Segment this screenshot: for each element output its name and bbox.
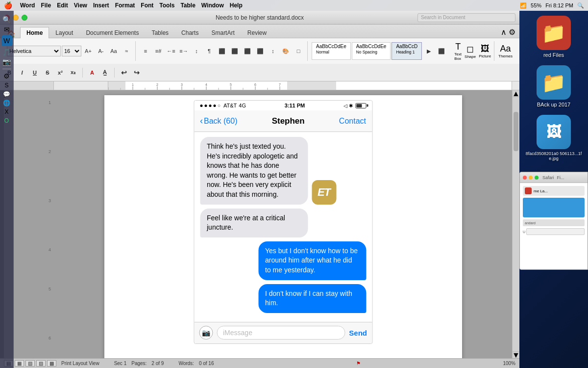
back-button[interactable]: ‹ Back (60) (200, 116, 237, 126)
sort-button[interactable]: ↕ (191, 45, 202, 57)
tab-tables[interactable]: Tables (145, 27, 175, 38)
maximize-button[interactable] (22, 15, 27, 21)
words-label: Words: (178, 361, 194, 366)
menubar-table[interactable]: Table (180, 2, 195, 9)
track-changes-indicator[interactable]: ⚑ (356, 361, 361, 366)
desktop-icon-backup[interactable]: 📁 BAck up 2017 (537, 65, 571, 107)
apple-menu[interactable]: 🍎 (4, 1, 12, 9)
ribbon-settings-icon[interactable]: ⚙ (509, 27, 515, 37)
dock-finder[interactable]: 🔍 (2, 16, 11, 24)
underline-button[interactable]: U (29, 67, 40, 78)
shading-button[interactable]: 🎨 (280, 45, 292, 57)
menubar-edit[interactable]: Edit (57, 2, 68, 9)
menubar-format[interactable]: Format (115, 2, 135, 9)
desktop-icon-image[interactable]: 🖼 8facd3508201a0 506113...1fe.jpg (524, 115, 583, 161)
tab-charts[interactable]: Charts (175, 27, 205, 38)
italic-button[interactable]: I (17, 67, 27, 78)
messages-area: Think he's just texted you. He's incredi… (194, 132, 372, 322)
dock-word[interactable]: W (1, 35, 12, 46)
shape-button[interactable]: ◻ Shape (465, 44, 476, 59)
mini-min[interactable] (529, 176, 533, 180)
menubar-font[interactable]: Font (141, 2, 153, 9)
tab-layout[interactable]: Layout (49, 27, 79, 38)
tab-smartart[interactable]: SmartArt (205, 27, 241, 38)
scroll-down-button[interactable]: ▼ (513, 351, 519, 358)
menubar-view[interactable]: View (74, 2, 87, 9)
dock-facetime[interactable]: 📷 (2, 58, 11, 66)
imessage-text-field[interactable]: iMessage (217, 326, 345, 340)
menubar-word[interactable]: Word (20, 2, 35, 9)
superscript-button[interactable]: x² (55, 67, 66, 78)
undo-button[interactable]: ↩ (119, 67, 129, 78)
text-box-button[interactable]: T Text Box (454, 42, 462, 61)
bullets-button[interactable]: ≡ (140, 45, 151, 57)
mini-max[interactable] (535, 176, 539, 180)
contact-button[interactable]: Contact (339, 117, 366, 126)
subscript-button[interactable]: x₂ (68, 67, 78, 78)
justify-button[interactable]: ⬛ (254, 45, 266, 57)
dock-app1[interactable]: S (4, 82, 8, 89)
font-format-button[interactable]: Aa (108, 45, 120, 57)
dock-app2[interactable]: X (4, 108, 8, 115)
view-btn-3[interactable]: ▧ (25, 360, 35, 367)
view-btn-5[interactable]: ▩ (47, 360, 56, 367)
dock-safari[interactable]: 🌐 (3, 100, 10, 106)
scroll-up-button[interactable]: ▲ (513, 90, 519, 97)
scrollbar-thumb[interactable] (514, 112, 518, 151)
menubar-help[interactable]: Help (230, 2, 243, 9)
strikethrough-button[interactable]: S (42, 67, 53, 78)
vertical-scrollbar[interactable]: ▲ ▼ (512, 90, 519, 358)
styles-scroll-button[interactable]: ▶ (423, 45, 435, 57)
menubar-tools[interactable]: Tools (159, 2, 174, 9)
camera-button[interactable]: 📷 (199, 326, 213, 340)
clear-format-button[interactable]: ≈ (121, 45, 132, 57)
styles-more-button[interactable]: ⬛ (436, 45, 447, 57)
clock: Fri 8:12 PM (545, 2, 573, 8)
highlight-button[interactable]: A̲ (99, 67, 110, 78)
shrink-font-button[interactable]: A- (95, 45, 107, 57)
back-label[interactable]: Back (60) (204, 117, 237, 126)
align-center-button[interactable]: ⬛ (229, 45, 241, 57)
style-no-spacing[interactable]: AaBbCcDdEeNo Spacing (352, 42, 391, 60)
align-right-button[interactable]: ⬛ (242, 45, 253, 57)
font-selector[interactable]: Helvetica (7, 46, 61, 56)
numbering-button[interactable]: ≡# (152, 45, 164, 57)
menubar-insert[interactable]: Insert (93, 2, 109, 9)
style-normal[interactable]: AaBbCcDdEeNormal (312, 42, 351, 60)
search-icon[interactable]: 🔍 (577, 2, 584, 9)
tab-review[interactable]: Review (241, 27, 273, 38)
imessage-input-bar[interactable]: 📷 iMessage Send (194, 322, 372, 343)
dock-settings[interactable]: ⚙ (3, 72, 10, 80)
search-document[interactable]: Search in Document (417, 13, 515, 22)
font-size-selector[interactable]: 16 (62, 46, 81, 56)
dock-music[interactable]: 🎵 (2, 48, 11, 56)
grow-font-button[interactable]: A+ (82, 45, 94, 57)
align-left-button[interactable]: ⬛ (216, 45, 228, 57)
menubar-file[interactable]: File (41, 2, 51, 9)
line-spacing-button[interactable]: ↕ (267, 45, 279, 57)
picture-button[interactable]: 🖼 Picture (479, 44, 491, 58)
iphone-nav-bar[interactable]: ‹ Back (60) Stephen Contact (194, 110, 372, 132)
borders-button[interactable]: □ (293, 45, 304, 57)
view-btn-2[interactable]: ▦ (15, 360, 24, 367)
tab-document-elements[interactable]: Document Elements (79, 27, 145, 38)
redo-button[interactable]: ↪ (131, 67, 142, 78)
style-heading1[interactable]: AaBbCcDHeading 1 (392, 42, 422, 60)
ribbon-collapse-icon[interactable]: ∧ (501, 27, 507, 37)
themes-button[interactable]: Aa Themes (498, 44, 513, 58)
show-marks-button[interactable]: ¶ (203, 45, 215, 57)
desktop-icon-red-files[interactable]: 📁 red Files (537, 16, 571, 58)
view-btn-4[interactable]: ▨ (36, 360, 46, 367)
send-button[interactable]: Send (349, 329, 367, 337)
dock-app3[interactable]: O (4, 117, 9, 124)
mini-close[interactable] (523, 176, 527, 180)
menubar-window[interactable]: Window (201, 2, 224, 9)
dock-messages[interactable]: 💬 (3, 91, 10, 98)
tab-home[interactable]: Home (20, 27, 49, 38)
increase-indent-button[interactable]: ≡→ (178, 45, 190, 57)
decrease-indent-button[interactable]: ←≡ (165, 45, 177, 57)
dock-mail[interactable]: ✉ (4, 26, 10, 33)
font-color-button[interactable]: A (87, 67, 98, 78)
document-area: 1 2 3 4 5 6 7 8 (0, 90, 519, 358)
document-scroll[interactable]: AT&T 4G 3:11 PM ◁ ✱ (54, 90, 512, 358)
